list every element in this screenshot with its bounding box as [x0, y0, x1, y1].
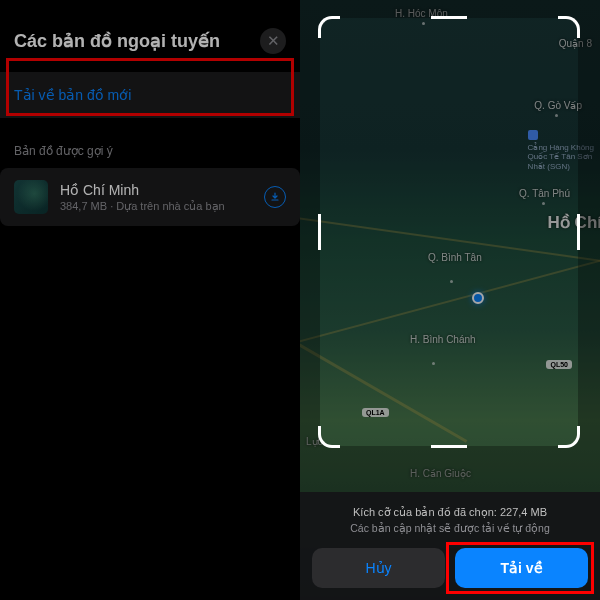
download-button[interactable]: Tải về: [455, 548, 588, 588]
map-selection-panel: H. Hóc Môn Quận 8 Q. Gò Vấp Cảng Hàng Kh…: [300, 0, 600, 600]
map-size-text: Kích cỡ của bản đồ đã chọn: 227,4 MB: [312, 506, 588, 519]
suggested-map-item[interactable]: Hồ Chí Minh 384,7 MB · Dựa trên nhà của …: [0, 168, 300, 226]
map-thumbnail-icon: [14, 180, 48, 214]
suggested-map-subtitle: 384,7 MB · Dựa trên nhà của bạn: [60, 200, 252, 213]
download-icon[interactable]: [264, 186, 286, 208]
download-confirm-panel: Kích cỡ của bản đồ đã chọn: 227,4 MB Các…: [300, 492, 600, 600]
button-row: Hủy Tải về: [312, 548, 588, 588]
download-new-map-label: Tải về bản đồ mới: [14, 87, 131, 103]
suggested-maps-label: Bản đồ được gợi ý: [0, 118, 300, 168]
offline-maps-panel: Các bản đồ ngoại tuyến ✕ Tải về bản đồ m…: [0, 0, 300, 600]
close-button[interactable]: ✕: [260, 28, 286, 54]
download-new-map-row[interactable]: Tải về bản đồ mới: [0, 72, 300, 118]
cancel-button[interactable]: Hủy: [312, 548, 445, 588]
auto-update-text: Các bản cập nhật sẽ được tải về tự động: [312, 522, 588, 534]
panel-title: Các bản đồ ngoại tuyến: [14, 30, 220, 52]
suggested-map-text: Hồ Chí Minh 384,7 MB · Dựa trên nhà của …: [60, 182, 252, 213]
close-icon: ✕: [267, 32, 280, 50]
suggested-map-title: Hồ Chí Minh: [60, 182, 252, 198]
panel-header: Các bản đồ ngoại tuyến ✕: [0, 0, 300, 72]
